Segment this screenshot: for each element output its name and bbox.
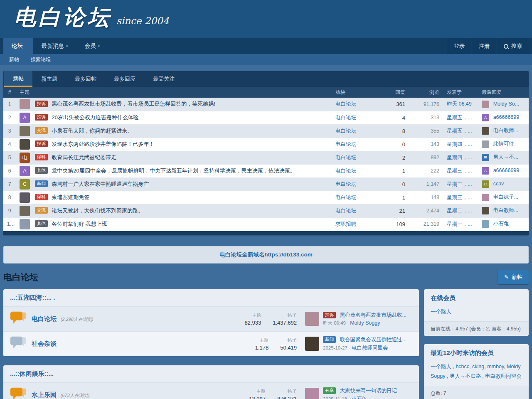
last-replier-avatar[interactable]: C [482,180,489,188]
thread-title-link[interactable]: 小泉石龟太郎，你妈的赶紧进来。 [52,127,133,133]
last-replier-link[interactable]: ccav [493,181,504,187]
last-replier-avatar[interactable] [482,207,489,214]
thread-tag[interactable]: 爆料 [35,194,48,200]
site-logo[interactable]: 电白论坛 since 2004 [14,5,169,29]
thread-starter-avatar[interactable]: 电 [20,153,30,163]
last-replier-link[interactable]: 电白妹子... [493,194,518,200]
thread-starter-avatar[interactable] [20,192,30,203]
post-date-link[interactable]: 星期三，... [447,181,472,187]
forum-link[interactable]: 电白论坛 [335,141,356,147]
last-replier-avatar[interactable] [482,194,489,201]
forum-link[interactable]: 电白论坛 [335,181,356,187]
last-replier-link[interactable]: Moldy So... [493,101,520,107]
nav-item[interactable]: 最新消息 ▾ [33,38,76,54]
widget-tab[interactable]: 最多回应 [105,71,144,87]
subnav-link[interactable]: 搜索论坛 [31,56,51,63]
forum-name-link[interactable]: 社会杂谈 [32,340,57,347]
thread-tag[interactable]: 爆料 [35,154,48,160]
thread-tag[interactable]: 投诉 [35,140,48,147]
last-post-title-link[interactable]: 大家快来写一句话的日记 [340,388,397,394]
post-date-link[interactable]: 昨天 06:49 [447,101,472,107]
login-link[interactable]: 登录 [447,38,471,54]
post-date-link[interactable]: 星期三，... [447,195,472,200]
forum-name-link[interactable]: 水上乐园 [32,391,57,398]
post-date-link[interactable]: 星期二，... [447,208,472,214]
last-replier-avatar[interactable]: A [482,114,489,121]
thread-tag[interactable]: 其他 [35,167,48,174]
last-post-avatar[interactable] [305,388,319,399]
thread-title-link[interactable]: 森沟村一户人家在家中熟睡遭遇车祸身亡 [52,180,149,187]
visitor-link[interactable]: hchcc [456,364,469,369]
visitor-link[interactable]: cking [472,364,484,369]
last-post-user-link[interactable]: Moldy Soggy [350,320,380,326]
register-link[interactable]: 注册 [472,38,496,54]
thread-tag[interactable]: 交流 [35,127,48,134]
thread-title-link[interactable]: 20岁出头被公权力迫害是种什么体验 [52,114,138,120]
last-replier-avatar[interactable] [482,140,489,148]
forum-link[interactable]: 电白论坛 [335,128,356,134]
thread-starter-avatar[interactable] [20,99,30,109]
forum-link[interactable]: 电白论坛 [335,168,356,174]
thread-tag[interactable]: 投诉 [35,101,48,107]
thread-starter-avatar[interactable] [20,139,30,150]
last-post-user-link[interactable]: 电白教师同盟会 [352,345,388,351]
thread-tag[interactable]: 新闻 [35,180,48,187]
last-replier-link[interactable]: 电白教师... [493,207,518,213]
subnav-link[interactable]: 新帖 [9,56,19,63]
last-replier-link[interactable]: a66666699 [493,167,520,173]
new-post-button[interactable]: ✎ 新帖 [498,270,529,284]
last-post-avatar[interactable] [305,312,319,326]
post-date-link[interactable]: 星期四，... [447,141,472,147]
thread-tag[interactable]: 交流 [35,207,48,214]
post-date-link[interactable]: 星期五，... [447,128,472,134]
last-replier-avatar[interactable] [482,127,489,135]
thread-title-link[interactable]: 教育局长江允武被纪委带走 [52,154,116,160]
widget-tab[interactable]: 最多回帖 [66,71,105,87]
thread-title-link[interactable]: 论坛又被封，大伙们找不到回家的路。 [52,207,143,213]
online-member-link[interactable]: 一个路人 [431,309,451,315]
thread-tag[interactable]: 其他 [35,220,48,227]
nav-item[interactable]: 会员 ▾ [76,38,108,54]
thread-starter-avatar[interactable] [20,219,30,229]
category-title[interactable]: ...:五湖四海::... . [3,289,419,306]
thread-title-link[interactable]: 党中央第20届四中全会，反腐旗帜鲜明，中央下达新五年计划：坚持科学决策，民主决策… [52,167,295,173]
last-replier-link[interactable]: 男人→不... [493,154,518,160]
last-replier-link[interactable]: a66666699 [493,114,520,120]
thread-title-link[interactable]: 柬埔寨短期免签 [52,194,89,200]
visitor-link[interactable]: mmboy [487,364,504,369]
post-date-link[interactable]: 星期五，... [447,115,472,121]
thread-starter-avatar[interactable]: A [20,113,30,123]
thread-starter-avatar[interactable]: C [20,179,30,190]
widget-tab[interactable]: 新主题 [32,71,66,87]
last-replier-avatar[interactable]: A [482,167,489,175]
visitor-link[interactable]: 男人→不归路 [450,373,481,379]
thread-title-link[interactable]: 黑心茂名粤西农批市场乱收费，看市场员工是怎样回答的，笑死她妈! [52,101,215,107]
forum-link[interactable]: 电白论坛 [335,195,356,200]
search-button[interactable]: 搜索 [497,38,529,54]
last-replier-link[interactable]: 电白教师... [493,128,518,133]
last-replier-link[interactable]: 此情可待 [493,141,514,147]
thread-title-link[interactable]: 发现水东两处路段沙井盖像陷阱！已多年！ [52,140,154,147]
thread-title-link[interactable]: 各位前辈们好 我想上班 [52,220,107,227]
thread-starter-avatar[interactable] [20,126,30,136]
widget-tab[interactable]: 最受关注 [144,71,183,87]
last-replier-avatar[interactable] [482,101,489,108]
post-date-link[interactable]: 星期三，... [447,168,472,174]
last-post-avatar[interactable] [305,337,319,351]
last-post-title-link[interactable]: 联合国紧急会议压倒性通过... [340,337,406,342]
thread-starter-avatar[interactable]: A [20,166,30,176]
widget-tab[interactable]: 新帖 [4,71,32,87]
forum-link[interactable]: 电白论坛 [335,155,356,160]
last-replier-link[interactable]: 小石龟 [493,221,509,227]
last-post-title-link[interactable]: 黑心茂名粤西农批市场乱收... [340,312,406,318]
last-replier-avatar[interactable]: 男 [482,154,489,161]
forum-link[interactable]: 电白论坛 [335,115,356,121]
last-replier-avatar[interactable] [482,220,489,228]
post-date-link[interactable]: 星期一，... [447,221,472,227]
visitor-link[interactable]: 电白教师同盟会 [485,373,522,379]
forum-link[interactable]: 求职招聘 [335,221,356,227]
thread-tag[interactable]: 投诉 [35,114,48,121]
last-post-user-link[interactable]: 小石龟 [351,396,367,399]
category-title[interactable]: ...::休闲娱乐::... [3,365,419,382]
visitor-link[interactable]: 一个路人 [431,364,451,369]
